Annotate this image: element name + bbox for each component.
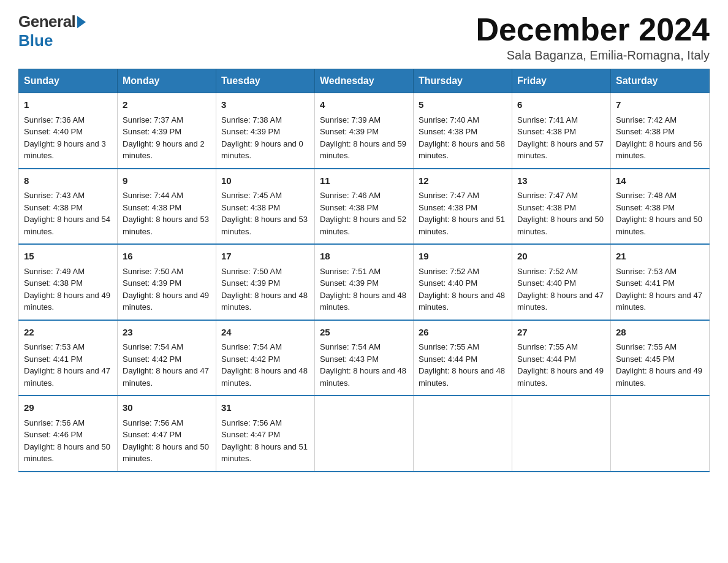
sunrise-label: Sunrise: 7:53 AM: [24, 342, 85, 351]
daylight-label: Daylight: 8 hours and 53 minutes.: [221, 215, 308, 236]
day-number: 31: [221, 401, 309, 415]
sunrise-label: Sunrise: 7:55 AM: [616, 342, 677, 351]
sunset-label: Sunset: 4:38 PM: [517, 127, 576, 136]
calendar-week-4: 22 Sunrise: 7:53 AM Sunset: 4:41 PM Dayl…: [19, 320, 710, 396]
sunset-label: Sunset: 4:42 PM: [123, 354, 181, 364]
calendar-cell: 22 Sunrise: 7:53 AM Sunset: 4:41 PM Dayl…: [19, 320, 118, 396]
daylight-label: Daylight: 8 hours and 50 minutes.: [123, 442, 209, 464]
day-number: 25: [320, 326, 408, 340]
sunset-label: Sunset: 4:38 PM: [616, 127, 675, 136]
sunrise-label: Sunrise: 7:47 AM: [419, 191, 479, 200]
sunset-label: Sunset: 4:47 PM: [221, 430, 280, 439]
day-number: 5: [419, 98, 507, 112]
calendar-week-3: 15 Sunrise: 7:49 AM Sunset: 4:38 PM Dayl…: [19, 244, 710, 320]
sunset-label: Sunset: 4:43 PM: [320, 354, 379, 364]
calendar-cell: 20 Sunrise: 7:52 AM Sunset: 4:40 PM Dayl…: [512, 244, 611, 320]
sunset-label: Sunset: 4:44 PM: [419, 354, 477, 364]
sunset-label: Sunset: 4:39 PM: [221, 127, 280, 136]
location-text: Sala Baganza, Emilia-Romagna, Italy: [476, 48, 710, 63]
day-number: 21: [616, 250, 704, 264]
calendar-cell: 10 Sunrise: 7:45 AM Sunset: 4:38 PM Dayl…: [216, 169, 315, 245]
calendar-week-2: 8 Sunrise: 7:43 AM Sunset: 4:38 PM Dayli…: [19, 169, 710, 245]
daylight-label: Daylight: 8 hours and 54 minutes.: [24, 215, 110, 236]
day-number: 19: [419, 250, 507, 264]
daylight-label: Daylight: 8 hours and 47 minutes.: [616, 291, 702, 312]
calendar-cell: [512, 396, 611, 472]
sunrise-label: Sunrise: 7:52 AM: [419, 267, 479, 276]
sunset-label: Sunset: 4:38 PM: [24, 278, 83, 288]
month-title: December 2024: [476, 12, 710, 47]
col-wednesday: Wednesday: [315, 69, 414, 93]
calendar-cell: 14 Sunrise: 7:48 AM Sunset: 4:38 PM Dayl…: [611, 169, 710, 245]
calendar-cell: 6 Sunrise: 7:41 AM Sunset: 4:38 PM Dayli…: [512, 93, 611, 169]
calendar-cell: 17 Sunrise: 7:50 AM Sunset: 4:39 PM Dayl…: [216, 244, 315, 320]
sunset-label: Sunset: 4:44 PM: [517, 354, 576, 364]
calendar-cell: 24 Sunrise: 7:54 AM Sunset: 4:42 PM Dayl…: [216, 320, 315, 396]
day-number: 20: [517, 250, 605, 264]
calendar-cell: 29 Sunrise: 7:56 AM Sunset: 4:46 PM Dayl…: [19, 396, 118, 472]
day-number: 30: [123, 401, 211, 415]
calendar-table: Sunday Monday Tuesday Wednesday Thursday…: [18, 69, 710, 472]
day-number: 11: [320, 174, 408, 188]
daylight-label: Daylight: 8 hours and 50 minutes.: [616, 215, 702, 236]
day-number: 7: [616, 98, 704, 112]
day-number: 17: [221, 250, 309, 264]
sunset-label: Sunset: 4:41 PM: [616, 278, 675, 288]
daylight-label: Daylight: 8 hours and 47 minutes.: [517, 291, 604, 312]
calendar-cell: 12 Sunrise: 7:47 AM Sunset: 4:38 PM Dayl…: [414, 169, 512, 245]
title-block: December 2024 Sala Baganza, Emilia-Romag…: [476, 12, 710, 63]
daylight-label: Daylight: 8 hours and 48 minutes.: [221, 366, 308, 388]
sunset-label: Sunset: 4:39 PM: [123, 127, 181, 136]
daylight-label: Daylight: 8 hours and 48 minutes.: [419, 366, 505, 388]
calendar-cell: 2 Sunrise: 7:37 AM Sunset: 4:39 PM Dayli…: [118, 93, 216, 169]
sunset-label: Sunset: 4:40 PM: [24, 127, 83, 136]
col-tuesday: Tuesday: [216, 69, 315, 93]
sunset-label: Sunset: 4:40 PM: [419, 278, 477, 288]
calendar-cell: 9 Sunrise: 7:44 AM Sunset: 4:38 PM Dayli…: [118, 169, 216, 245]
calendar-cell: 31 Sunrise: 7:56 AM Sunset: 4:47 PM Dayl…: [216, 396, 315, 472]
sunset-label: Sunset: 4:38 PM: [24, 203, 83, 212]
daylight-label: Daylight: 8 hours and 49 minutes.: [24, 291, 110, 312]
day-number: 4: [320, 98, 408, 112]
sunrise-label: Sunrise: 7:41 AM: [517, 115, 578, 124]
day-number: 27: [517, 326, 605, 340]
calendar-cell: 30 Sunrise: 7:56 AM Sunset: 4:47 PM Dayl…: [118, 396, 216, 472]
day-number: 8: [24, 174, 112, 188]
daylight-label: Daylight: 8 hours and 51 minutes.: [419, 215, 505, 236]
sunset-label: Sunset: 4:38 PM: [616, 203, 675, 212]
sunset-label: Sunset: 4:38 PM: [123, 203, 181, 212]
sunrise-label: Sunrise: 7:48 AM: [616, 191, 677, 200]
daylight-label: Daylight: 8 hours and 52 minutes.: [320, 215, 406, 236]
calendar-cell: 8 Sunrise: 7:43 AM Sunset: 4:38 PM Dayli…: [19, 169, 118, 245]
col-monday: Monday: [118, 69, 216, 93]
sunrise-label: Sunrise: 7:56 AM: [221, 418, 282, 427]
sunset-label: Sunset: 4:45 PM: [616, 354, 675, 364]
day-number: 14: [616, 174, 704, 188]
page-header: General Blue December 2024 Sala Baganza,…: [18, 12, 710, 63]
daylight-label: Daylight: 8 hours and 48 minutes.: [221, 291, 308, 312]
logo-general-text: General: [18, 12, 75, 31]
daylight-label: Daylight: 8 hours and 56 minutes.: [616, 139, 702, 161]
daylight-label: Daylight: 9 hours and 3 minutes.: [24, 139, 106, 161]
daylight-label: Daylight: 8 hours and 48 minutes.: [320, 366, 406, 388]
calendar-cell: [315, 396, 414, 472]
day-number: 10: [221, 174, 309, 188]
sunrise-label: Sunrise: 7:54 AM: [123, 342, 183, 351]
sunrise-label: Sunrise: 7:40 AM: [419, 115, 479, 124]
day-number: 15: [24, 250, 112, 264]
sunset-label: Sunset: 4:39 PM: [123, 278, 181, 288]
sunset-label: Sunset: 4:39 PM: [320, 127, 379, 136]
sunrise-label: Sunrise: 7:56 AM: [24, 418, 85, 427]
calendar-cell: 16 Sunrise: 7:50 AM Sunset: 4:39 PM Dayl…: [118, 244, 216, 320]
col-saturday: Saturday: [611, 69, 710, 93]
calendar-week-5: 29 Sunrise: 7:56 AM Sunset: 4:46 PM Dayl…: [19, 396, 710, 472]
calendar-cell: 26 Sunrise: 7:55 AM Sunset: 4:44 PM Dayl…: [414, 320, 512, 396]
calendar-cell: 21 Sunrise: 7:53 AM Sunset: 4:41 PM Dayl…: [611, 244, 710, 320]
calendar-cell: 15 Sunrise: 7:49 AM Sunset: 4:38 PM Dayl…: [19, 244, 118, 320]
sunrise-label: Sunrise: 7:55 AM: [419, 342, 479, 351]
col-thursday: Thursday: [414, 69, 512, 93]
day-number: 26: [419, 326, 507, 340]
calendar-cell: 11 Sunrise: 7:46 AM Sunset: 4:38 PM Dayl…: [315, 169, 414, 245]
calendar-cell: 28 Sunrise: 7:55 AM Sunset: 4:45 PM Dayl…: [611, 320, 710, 396]
day-number: 6: [517, 98, 605, 112]
